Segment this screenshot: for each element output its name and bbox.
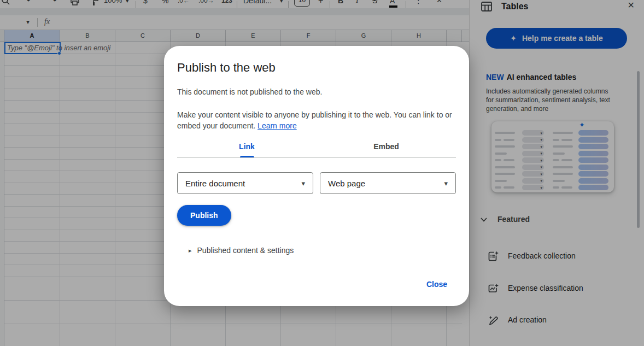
publish-options-row: Entire document ▾ Web page ▾ — [177, 172, 456, 194]
disclosure-arrow-icon: ▸ — [189, 247, 192, 254]
publish-status-text: This document is not published to the we… — [177, 86, 456, 97]
tab-embed[interactable]: Embed — [317, 138, 456, 157]
publish-format-dropdown[interactable]: Web page ▾ — [320, 172, 456, 194]
active-tab-indicator — [240, 156, 254, 157]
close-dialog-link[interactable]: Close — [426, 280, 447, 289]
dialog-title: Publish to the web — [177, 60, 456, 75]
chevron-down-icon: ▾ — [444, 179, 448, 187]
chevron-down-icon: ▾ — [301, 179, 305, 187]
published-content-dropdown[interactable]: Entire document ▾ — [177, 172, 313, 194]
learn-more-link[interactable]: Learn more — [257, 121, 297, 130]
tab-link[interactable]: Link — [177, 138, 317, 157]
published-content-settings-toggle[interactable]: ▸ Published content & settings — [177, 246, 456, 255]
publish-button[interactable]: Publish — [177, 205, 231, 226]
publish-tabs: Link Embed — [177, 138, 456, 158]
dialog-body-text: Make your content visible to anyone by p… — [177, 109, 456, 131]
publish-to-web-dialog: Publish to the web This document is not … — [164, 46, 469, 306]
